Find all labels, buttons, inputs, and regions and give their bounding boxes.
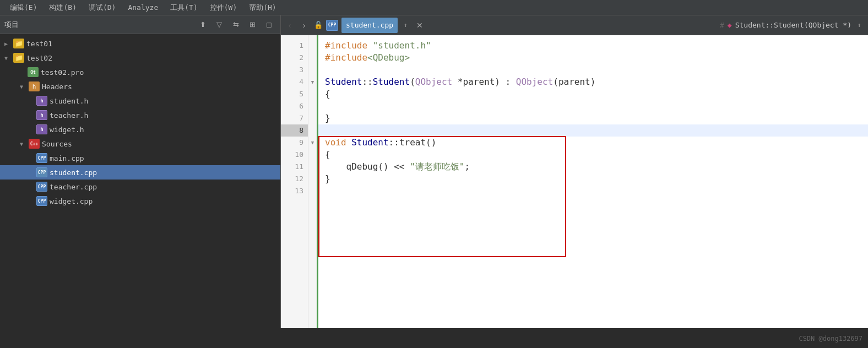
tab-file-icon: CPP xyxy=(326,20,338,31)
gutter-7 xyxy=(308,112,317,124)
ft-link-btn[interactable]: ⇆ xyxy=(229,18,243,31)
diamond-icon: ◆ xyxy=(728,21,732,29)
fold-arrow-9[interactable]: ▼ xyxy=(311,137,314,149)
tree-item-student-cpp[interactable]: CPP student.cpp xyxy=(0,165,280,180)
active-tab[interactable]: student.cpp xyxy=(341,18,398,33)
code-line-9: void Student::treat() xyxy=(318,137,868,149)
file-tree-toolbar: 项目 ⬆ ▽ ⇆ ⊞ ◻ xyxy=(0,15,280,34)
code-line-8 xyxy=(318,124,868,137)
line-num-3: 3 xyxy=(281,64,308,76)
editor-tabbar: ‹ › 🔓 CPP student.cpp ⬆ ✕ # ◆ Student::S… xyxy=(281,15,868,35)
file-icon-pro: Qt xyxy=(28,67,39,77)
folder-icon-test02: 📁 xyxy=(13,53,24,63)
gutter-3 xyxy=(308,64,317,76)
menu-help[interactable]: 帮助(H) xyxy=(243,2,281,14)
gutter-9: ▼ xyxy=(308,137,317,149)
item-label-test02pro: test02.pro xyxy=(41,68,84,77)
line-num-13: 13 xyxy=(281,185,308,197)
tree-content: 📁 test01 📁 test02 Qt test02.pro h Header… xyxy=(0,34,280,210)
file-icon-student-h: h xyxy=(36,96,47,106)
line-num-6: 6 xyxy=(281,100,308,112)
menu-edit[interactable]: 编辑(E) xyxy=(4,2,42,14)
tree-item-widget-h[interactable]: h widget.h xyxy=(0,122,280,137)
watermark: CSDN @dong132697 xyxy=(799,335,862,342)
menu-tools[interactable]: 工具(T) xyxy=(165,2,203,14)
line-num-4: 4 xyxy=(281,76,308,88)
code-line-10: { xyxy=(318,149,868,161)
menubar: 编辑(E) 构建(B) 调试(D) Analyze 工具(T) 控件(W) 帮助… xyxy=(0,0,868,15)
folder-icon-headers: h xyxy=(29,81,40,91)
lock-icon: 🔓 xyxy=(312,18,325,33)
tree-item-test01[interactable]: 📁 test01 xyxy=(0,36,280,51)
tree-item-teacher-h[interactable]: h teacher.h xyxy=(0,108,280,122)
item-label-test01: test01 xyxy=(26,40,52,48)
ft-filter-btn[interactable]: ▽ xyxy=(212,18,226,31)
ft-view-btn[interactable]: ◻ xyxy=(262,18,276,31)
fold-arrow-4[interactable]: ▼ xyxy=(311,76,314,88)
item-label-widget-cpp: widget.cpp xyxy=(50,197,93,205)
folder-icon-sources: C++ xyxy=(29,139,40,149)
line-num-2: 2 xyxy=(281,52,308,64)
editor-panel: ‹ › 🔓 CPP student.cpp ⬆ ✕ # ◆ Student::S… xyxy=(281,15,868,328)
tab-close-btn[interactable]: ✕ xyxy=(413,18,426,33)
code-line-7: } xyxy=(318,112,868,124)
file-icon-teacher-cpp: CPP xyxy=(36,182,47,192)
line-num-5: 5 xyxy=(281,88,308,100)
menu-debug[interactable]: 调试(D) xyxy=(83,2,121,14)
menu-build[interactable]: 构建(B) xyxy=(44,2,82,14)
code-container: 1 2 3 4 5 6 7 8 9 10 11 12 13 ▼ xyxy=(281,35,868,328)
tree-item-widget-cpp[interactable]: CPP widget.cpp xyxy=(0,194,280,208)
tree-item-test02[interactable]: 📁 test02 xyxy=(0,51,280,65)
item-label-sources: Sources xyxy=(42,140,72,148)
tab-filename: student.cpp xyxy=(346,21,393,29)
tree-item-teacher-cpp[interactable]: CPP teacher.cpp xyxy=(0,180,280,194)
line-num-8: 8 xyxy=(281,124,308,137)
item-label-student-h: student.h xyxy=(50,97,88,105)
function-display: Student::Student(QObject *) xyxy=(735,21,851,29)
ft-up-btn[interactable]: ⬆ xyxy=(196,18,210,31)
tab-back-btn[interactable]: ‹ xyxy=(283,18,296,33)
ft-add-btn[interactable]: ⊞ xyxy=(245,18,259,31)
item-label-teacher-cpp: teacher.cpp xyxy=(50,183,97,191)
code-gutter: ▼ ▼ xyxy=(308,35,318,328)
arrow-sources xyxy=(20,141,28,147)
tree-item-student-h[interactable]: h student.h xyxy=(0,94,280,108)
item-label-teacher-h: teacher.h xyxy=(50,111,88,119)
arrow-test02 xyxy=(4,55,12,61)
gutter-8 xyxy=(308,124,317,137)
gutter-6 xyxy=(308,100,317,112)
tree-item-sources[interactable]: C++ Sources xyxy=(0,137,280,151)
item-label-main-cpp: main.cpp xyxy=(50,154,84,162)
code-line-6 xyxy=(318,100,868,112)
line-num-11: 11 xyxy=(281,161,308,173)
func-expand-btn[interactable]: ⬆ xyxy=(853,18,866,33)
code-line-11: qDebug() << "请老师吃饭"; xyxy=(318,161,868,173)
item-label-test02: test02 xyxy=(26,54,52,62)
tree-item-main-cpp[interactable]: CPP main.cpp xyxy=(0,151,280,165)
gutter-12 xyxy=(308,173,317,185)
gutter-13 xyxy=(308,185,317,197)
menu-controls[interactable]: 控件(W) xyxy=(204,2,242,14)
code-line-1: #include "student.h" xyxy=(318,40,868,52)
code-line-2: #include<QDebug> xyxy=(318,52,868,64)
line-num-10: 10 xyxy=(281,149,308,161)
gutter-2 xyxy=(308,52,317,64)
tree-item-test02pro[interactable]: Qt test02.pro xyxy=(0,65,280,79)
item-label-widget-h: widget.h xyxy=(50,126,84,134)
tab-expand-btn[interactable]: ⬆ xyxy=(399,18,412,33)
code-lines: #include "student.h" #include<QDebug> St… xyxy=(318,35,868,328)
tab-forward-btn[interactable]: › xyxy=(297,18,311,33)
gutter-10 xyxy=(308,149,317,161)
line-numbers: 1 2 3 4 5 6 7 8 9 10 11 12 13 xyxy=(281,35,308,328)
item-label-headers: Headers xyxy=(42,83,72,91)
tree-item-headers[interactable]: h Headers xyxy=(0,79,280,94)
line-num-7: 7 xyxy=(281,112,308,124)
file-tree-panel: 项目 ⬆ ▽ ⇆ ⊞ ◻ 📁 test01 📁 test02 xyxy=(0,15,281,328)
gutter-4: ▼ xyxy=(308,76,317,88)
file-icon-main-cpp: CPP xyxy=(36,153,47,163)
arrow-test01 xyxy=(4,41,12,47)
file-icon-widget-cpp: CPP xyxy=(36,196,47,206)
menu-analyze[interactable]: Analyze xyxy=(122,2,164,13)
file-icon-student-cpp: CPP xyxy=(36,167,47,177)
code-line-12: } xyxy=(318,173,868,185)
